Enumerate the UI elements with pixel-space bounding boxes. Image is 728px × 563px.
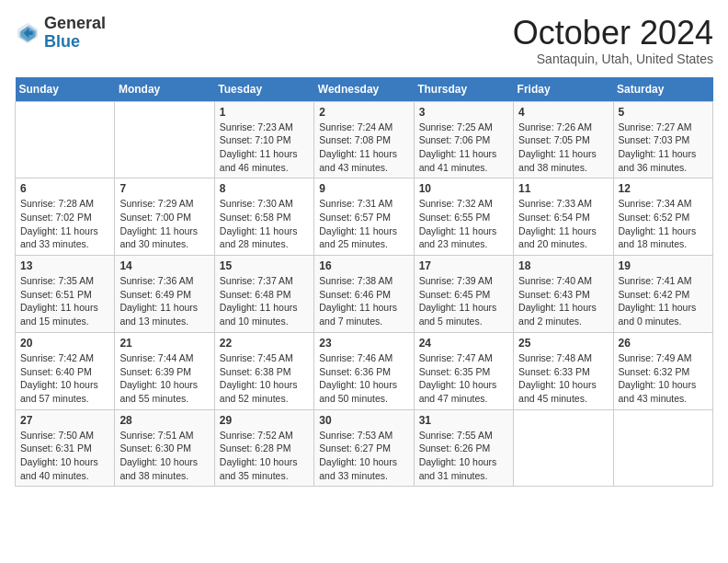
cell-content: Sunrise: 7:23 AM Sunset: 7:10 PM Dayligh… <box>220 121 309 175</box>
day-number: 17 <box>419 259 508 272</box>
week-row-4: 20Sunrise: 7:42 AM Sunset: 6:40 PM Dayli… <box>16 332 713 409</box>
calendar-cell: 20Sunrise: 7:42 AM Sunset: 6:40 PM Dayli… <box>16 332 115 409</box>
day-number: 23 <box>319 337 408 350</box>
calendar-cell <box>514 409 613 487</box>
calendar-cell: 9Sunrise: 7:31 AM Sunset: 6:57 PM Daylig… <box>314 178 414 256</box>
cell-content: Sunrise: 7:46 AM Sunset: 6:36 PM Dayligh… <box>319 351 408 406</box>
page-header: GeneralBlue October 2024 Santaquin, Utah… <box>15 15 713 66</box>
calendar-cell: 23Sunrise: 7:46 AM Sunset: 6:36 PM Dayli… <box>314 332 414 409</box>
day-number: 28 <box>119 414 209 427</box>
calendar-cell: 6Sunrise: 7:28 AM Sunset: 7:02 PM Daylig… <box>16 178 115 256</box>
day-number: 4 <box>518 106 608 119</box>
header-saturday: Saturday <box>613 77 712 102</box>
calendar-cell: 21Sunrise: 7:44 AM Sunset: 6:39 PM Dayli… <box>115 332 214 409</box>
calendar-cell: 7Sunrise: 7:29 AM Sunset: 7:00 PM Daylig… <box>115 178 214 256</box>
day-number: 5 <box>619 106 708 119</box>
calendar-cell <box>115 101 214 178</box>
calendar-cell: 1Sunrise: 7:23 AM Sunset: 7:10 PM Daylig… <box>214 101 313 178</box>
calendar-table: SundayMondayTuesdayWednesdayThursdayFrid… <box>15 77 713 488</box>
calendar-cell: 2Sunrise: 7:24 AM Sunset: 7:08 PM Daylig… <box>314 101 414 178</box>
calendar-cell: 22Sunrise: 7:45 AM Sunset: 6:38 PM Dayli… <box>214 332 313 409</box>
cell-content: Sunrise: 7:53 AM Sunset: 6:27 PM Dayligh… <box>319 429 408 483</box>
day-number: 26 <box>619 337 708 350</box>
calendar-cell: 17Sunrise: 7:39 AM Sunset: 6:45 PM Dayli… <box>414 256 513 333</box>
cell-content: Sunrise: 7:39 AM Sunset: 6:45 PM Dayligh… <box>419 274 508 328</box>
cell-content: Sunrise: 7:32 AM Sunset: 6:55 PM Dayligh… <box>419 197 508 251</box>
calendar-cell: 16Sunrise: 7:38 AM Sunset: 6:46 PM Dayli… <box>314 256 414 333</box>
cell-content: Sunrise: 7:45 AM Sunset: 6:38 PM Dayligh… <box>220 351 309 406</box>
calendar-cell: 29Sunrise: 7:52 AM Sunset: 6:28 PM Dayli… <box>214 409 313 487</box>
calendar-cell: 5Sunrise: 7:27 AM Sunset: 7:03 PM Daylig… <box>613 101 712 178</box>
day-number: 29 <box>220 414 309 427</box>
calendar-cell: 18Sunrise: 7:40 AM Sunset: 6:43 PM Dayli… <box>514 256 613 333</box>
day-number: 11 <box>518 182 608 195</box>
cell-content: Sunrise: 7:24 AM Sunset: 7:08 PM Dayligh… <box>319 121 408 175</box>
calendar-cell: 14Sunrise: 7:36 AM Sunset: 6:49 PM Dayli… <box>115 256 214 333</box>
calendar-cell: 24Sunrise: 7:47 AM Sunset: 6:35 PM Dayli… <box>414 332 513 409</box>
week-row-2: 6Sunrise: 7:28 AM Sunset: 7:02 PM Daylig… <box>16 178 713 256</box>
day-number: 6 <box>20 182 109 195</box>
cell-content: Sunrise: 7:26 AM Sunset: 7:05 PM Dayligh… <box>518 121 608 175</box>
week-row-3: 13Sunrise: 7:35 AM Sunset: 6:51 PM Dayli… <box>16 256 713 333</box>
cell-content: Sunrise: 7:44 AM Sunset: 6:39 PM Dayligh… <box>119 351 209 406</box>
day-number: 2 <box>319 106 408 119</box>
cell-content: Sunrise: 7:30 AM Sunset: 6:58 PM Dayligh… <box>220 197 309 251</box>
calendar-cell: 28Sunrise: 7:51 AM Sunset: 6:30 PM Dayli… <box>115 409 214 487</box>
cell-content: Sunrise: 7:47 AM Sunset: 6:35 PM Dayligh… <box>419 351 508 406</box>
day-number: 18 <box>518 259 608 272</box>
day-number: 10 <box>419 182 508 195</box>
header-thursday: Thursday <box>414 77 513 102</box>
week-row-1: 1Sunrise: 7:23 AM Sunset: 7:10 PM Daylig… <box>16 101 713 178</box>
day-number: 14 <box>119 259 209 272</box>
cell-content: Sunrise: 7:25 AM Sunset: 7:06 PM Dayligh… <box>419 121 508 175</box>
day-number: 25 <box>518 337 608 350</box>
day-number: 9 <box>319 182 408 195</box>
cell-content: Sunrise: 7:29 AM Sunset: 7:00 PM Dayligh… <box>119 197 209 251</box>
day-number: 30 <box>319 414 408 427</box>
calendar-cell: 25Sunrise: 7:48 AM Sunset: 6:33 PM Dayli… <box>514 332 613 409</box>
header-row: SundayMondayTuesdayWednesdayThursdayFrid… <box>16 77 713 102</box>
calendar-cell <box>16 101 115 178</box>
week-row-5: 27Sunrise: 7:50 AM Sunset: 6:31 PM Dayli… <box>16 409 713 487</box>
calendar-cell: 3Sunrise: 7:25 AM Sunset: 7:06 PM Daylig… <box>414 101 513 178</box>
header-tuesday: Tuesday <box>214 77 313 102</box>
calendar-header: SundayMondayTuesdayWednesdayThursdayFrid… <box>16 77 713 102</box>
header-friday: Friday <box>514 77 613 102</box>
cell-content: Sunrise: 7:38 AM Sunset: 6:46 PM Dayligh… <box>319 274 408 328</box>
cell-content: Sunrise: 7:31 AM Sunset: 6:57 PM Dayligh… <box>319 197 408 251</box>
cell-content: Sunrise: 7:35 AM Sunset: 6:51 PM Dayligh… <box>20 274 109 328</box>
calendar-cell: 31Sunrise: 7:55 AM Sunset: 6:26 PM Dayli… <box>414 409 513 487</box>
cell-content: Sunrise: 7:52 AM Sunset: 6:28 PM Dayligh… <box>220 429 309 483</box>
cell-content: Sunrise: 7:33 AM Sunset: 6:54 PM Dayligh… <box>518 197 608 251</box>
calendar-cell: 8Sunrise: 7:30 AM Sunset: 6:58 PM Daylig… <box>214 178 313 256</box>
day-number: 19 <box>619 259 708 272</box>
day-number: 7 <box>119 182 209 195</box>
day-number: 22 <box>220 337 309 350</box>
cell-content: Sunrise: 7:49 AM Sunset: 6:32 PM Dayligh… <box>619 351 708 406</box>
calendar-body: 1Sunrise: 7:23 AM Sunset: 7:10 PM Daylig… <box>16 101 713 487</box>
header-sunday: Sunday <box>16 77 115 102</box>
calendar-cell <box>613 409 712 487</box>
cell-content: Sunrise: 7:27 AM Sunset: 7:03 PM Dayligh… <box>619 121 708 175</box>
location: Santaquin, Utah, United States <box>513 52 713 66</box>
cell-content: Sunrise: 7:28 AM Sunset: 7:02 PM Dayligh… <box>20 197 109 251</box>
day-number: 15 <box>220 259 309 272</box>
calendar-cell: 26Sunrise: 7:49 AM Sunset: 6:32 PM Dayli… <box>613 332 712 409</box>
day-number: 16 <box>319 259 408 272</box>
calendar-cell: 19Sunrise: 7:41 AM Sunset: 6:42 PM Dayli… <box>613 256 712 333</box>
month-title: October 2024 <box>513 15 713 52</box>
cell-content: Sunrise: 7:51 AM Sunset: 6:30 PM Dayligh… <box>119 429 209 483</box>
day-number: 24 <box>419 337 508 350</box>
calendar-cell: 12Sunrise: 7:34 AM Sunset: 6:52 PM Dayli… <box>613 178 712 256</box>
header-wednesday: Wednesday <box>314 77 414 102</box>
day-number: 31 <box>419 414 508 427</box>
day-number: 27 <box>20 414 109 427</box>
calendar-cell: 13Sunrise: 7:35 AM Sunset: 6:51 PM Dayli… <box>16 256 115 333</box>
day-number: 13 <box>20 259 109 272</box>
cell-content: Sunrise: 7:40 AM Sunset: 6:43 PM Dayligh… <box>518 274 608 328</box>
day-number: 12 <box>619 182 708 195</box>
title-block: October 2024 Santaquin, Utah, United Sta… <box>513 15 713 66</box>
calendar-cell: 15Sunrise: 7:37 AM Sunset: 6:48 PM Dayli… <box>214 256 313 333</box>
day-number: 3 <box>419 106 508 119</box>
day-number: 21 <box>119 337 209 350</box>
